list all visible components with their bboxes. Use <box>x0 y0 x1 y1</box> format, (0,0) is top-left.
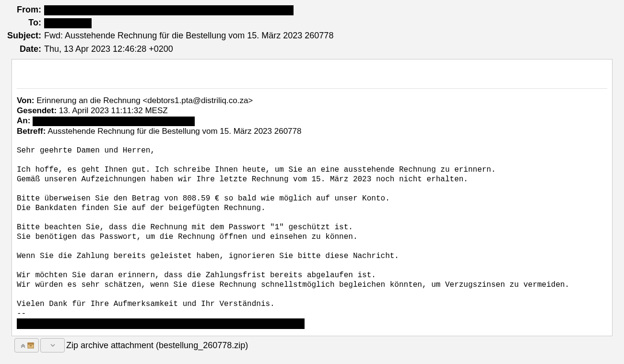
redacted-block <box>44 5 294 15</box>
chevron-up-double-icon <box>20 342 26 349</box>
von-value: Erinnerung an die Rechnung <debtors1.pta… <box>35 96 253 105</box>
email-body: Von: Erinnerung an die Rechnung <debtors… <box>12 59 612 336</box>
redacted-block <box>44 18 92 28</box>
chevron-down-icon <box>49 342 56 349</box>
date-value: Thu, 13 Apr 2023 12:46:28 +0200 <box>44 43 173 55</box>
an-label: An: <box>17 116 30 125</box>
attachment-collapse-button[interactable] <box>40 338 65 352</box>
redacted-block <box>17 318 305 329</box>
subject-label: Subject: <box>0 30 44 42</box>
archive-icon <box>27 341 34 349</box>
gesendet-value: 13. April 2023 11:11:32 MESZ <box>57 106 168 115</box>
to-value <box>44 17 92 29</box>
divider <box>17 88 607 89</box>
to-label: To: <box>0 17 44 29</box>
from-label: From: <box>0 4 44 16</box>
email-header: From: To: Subject: Fwd: Ausstehende Rech… <box>0 0 624 58</box>
date-label: Date: <box>0 43 44 55</box>
subject-value: Fwd: Ausstehende Rechnung für die Bestel… <box>44 30 333 42</box>
von-label: Von: <box>17 96 35 105</box>
gesendet-label: Gesendet: <box>17 106 57 115</box>
redacted-block <box>33 117 195 126</box>
svg-rect-2 <box>30 345 32 346</box>
betreff-label: Betreff: <box>17 127 46 136</box>
attachment-bar: Zip archive attachment (bestellung_26077… <box>14 338 624 352</box>
from-value <box>44 4 294 16</box>
attachment-label: Zip archive attachment (bestellung_26077… <box>66 341 248 351</box>
svg-rect-1 <box>28 343 34 344</box>
forwarded-header: Von: Erinnerung an die Rechnung <debtors… <box>17 95 607 136</box>
email-body-text: Sehr geehrte Damen und Herren, Ich hoffe… <box>17 146 607 329</box>
attachment-expand-button[interactable] <box>14 338 39 352</box>
betreff-value: Ausstehende Rechnung für die Bestellung … <box>46 127 301 136</box>
